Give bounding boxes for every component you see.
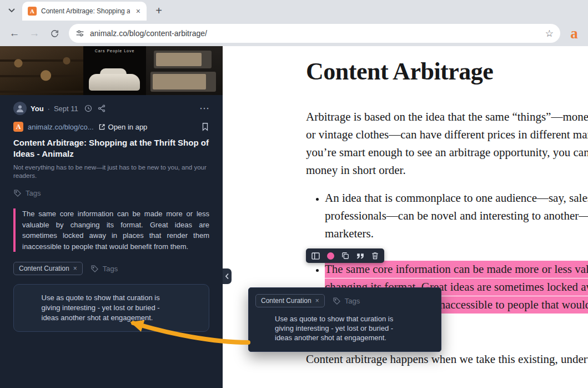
popup-chip-row: Content Curation × Tags xyxy=(255,294,434,307)
site-favicon: A xyxy=(13,122,23,132)
text-line: marketers. xyxy=(325,225,588,242)
text-line: or vintage clothes—can have different pr… xyxy=(306,126,588,143)
tag-chip[interactable]: Content Curation × xyxy=(13,262,83,275)
extension-icon[interactable]: a xyxy=(566,25,582,42)
highlight-color-button[interactable] xyxy=(327,252,334,260)
tag-icon xyxy=(91,265,99,273)
forward-button[interactable]: → xyxy=(26,24,43,42)
page-description: Not everything has to be new—it just has… xyxy=(13,163,209,180)
url-text[interactable]: animalz.co/blog/content-arbitrage/ xyxy=(90,29,540,38)
note-card[interactable]: Use as quote to show that curation is gi… xyxy=(13,284,209,332)
text-line: you’re smart enough to see an arbitrage … xyxy=(306,143,588,161)
remove-tag-button[interactable]: × xyxy=(73,265,77,272)
tag-icon xyxy=(13,189,22,197)
bookmark-star-icon[interactable]: ☆ xyxy=(545,28,554,39)
browser-toolbar: ← → animalz.co/blog/content-arbitrage/ ☆… xyxy=(0,21,588,46)
paragraph: Content arbitrage happens when we take t… xyxy=(306,350,588,368)
browser-window: A Content Arbitrage: Shopping at × + ← →… xyxy=(0,0,588,388)
tag-chip[interactable]: Content Curation × xyxy=(255,294,325,307)
note-text: Use as quote to show that curation is gi… xyxy=(42,293,182,323)
text-line: An idea that is commonplace to one audie… xyxy=(325,189,588,207)
tab-close-button[interactable]: × xyxy=(134,7,142,16)
external-link-icon xyxy=(98,123,105,131)
text-line: Content arbitrage happens when we take t… xyxy=(306,350,588,368)
saved-date: Sept 11 xyxy=(54,105,78,113)
clock-icon[interactable] xyxy=(84,105,92,112)
refresh-button[interactable] xyxy=(46,24,63,42)
reader-sidebar: Cars People Love You · Sept 11 xyxy=(0,46,223,388)
cover-image: Cars People Love xyxy=(0,46,223,95)
browser-tab[interactable]: A Content Arbitrage: Shopping at × xyxy=(22,2,147,21)
tag-icon xyxy=(333,297,341,305)
quote-icon[interactable] xyxy=(356,253,364,259)
new-tab-button[interactable]: + xyxy=(151,3,167,18)
tab-search-chevron-icon[interactable] xyxy=(4,3,19,18)
tab-favicon: A xyxy=(28,7,37,16)
sidebar-view-icon[interactable] xyxy=(311,252,320,260)
list-item: An idea that is commonplace to one audie… xyxy=(325,189,588,242)
article-page: Content Arbitrage Arbitrage is based on … xyxy=(223,46,588,388)
highlight-toolbar xyxy=(306,248,384,263)
copy-icon[interactable] xyxy=(341,252,349,260)
url-bar[interactable]: animalz.co/blog/content-arbitrage/ ☆ xyxy=(69,24,560,43)
article-heading: Content Arbitrage xyxy=(306,57,588,86)
main-content: Cars People Love You · Sept 11 xyxy=(0,46,588,388)
back-button[interactable]: ← xyxy=(6,24,23,42)
tags-row[interactable]: Tags xyxy=(13,189,209,197)
annotation-popup[interactable]: Content Curation × Tags Use as quote to … xyxy=(248,287,441,352)
open-in-app-link[interactable]: Open in app xyxy=(98,123,148,131)
note-text[interactable]: Use as quote to show that curation is gi… xyxy=(275,314,415,342)
source-row: A animalz.co/blog/co... Open in app xyxy=(13,122,209,132)
text-line: professionals—can be novel and interesti… xyxy=(325,207,588,225)
bookmark-icon[interactable] xyxy=(201,122,209,131)
source-link[interactable]: animalz.co/blog/co... xyxy=(28,123,94,131)
chip-row: Content Curation × Tags xyxy=(13,262,209,275)
more-options-button[interactable]: ⋯ xyxy=(199,103,209,113)
cover-photo-shelf xyxy=(0,46,83,95)
share-icon[interactable] xyxy=(98,105,105,112)
tab-strip: A Content Arbitrage: Shopping at × + xyxy=(0,0,588,21)
highlight-quote[interactable]: The same core information can be made mo… xyxy=(13,208,209,252)
add-tags[interactable]: Tags xyxy=(333,297,360,305)
cover-caption: Cars People Love xyxy=(83,49,146,53)
cover-photo-tvs xyxy=(146,46,223,95)
tab-title: Content Arbitrage: Shopping at xyxy=(41,7,130,15)
meta-row: You · Sept 11 ⋯ xyxy=(13,102,209,115)
add-tags[interactable]: Tags xyxy=(91,265,118,273)
paragraph: Arbitrage is based on the idea that the … xyxy=(306,108,588,179)
highlighted-text[interactable]: The same core information can be made mo… xyxy=(325,261,588,278)
author-name: You xyxy=(31,105,44,113)
avatar[interactable] xyxy=(13,102,27,115)
page-title: Content Arbitrage: Shopping at the Thrif… xyxy=(13,137,209,160)
text-line: money in short order. xyxy=(306,161,588,179)
text-line: Arbitrage is based on the idea that the … xyxy=(306,108,588,126)
site-settings-icon[interactable] xyxy=(76,29,84,38)
cover-photo-car: Cars People Love xyxy=(83,46,146,95)
sidebar-collapse-button[interactable] xyxy=(223,268,232,284)
trash-icon[interactable] xyxy=(371,252,379,260)
remove-tag-button[interactable]: × xyxy=(315,297,319,305)
